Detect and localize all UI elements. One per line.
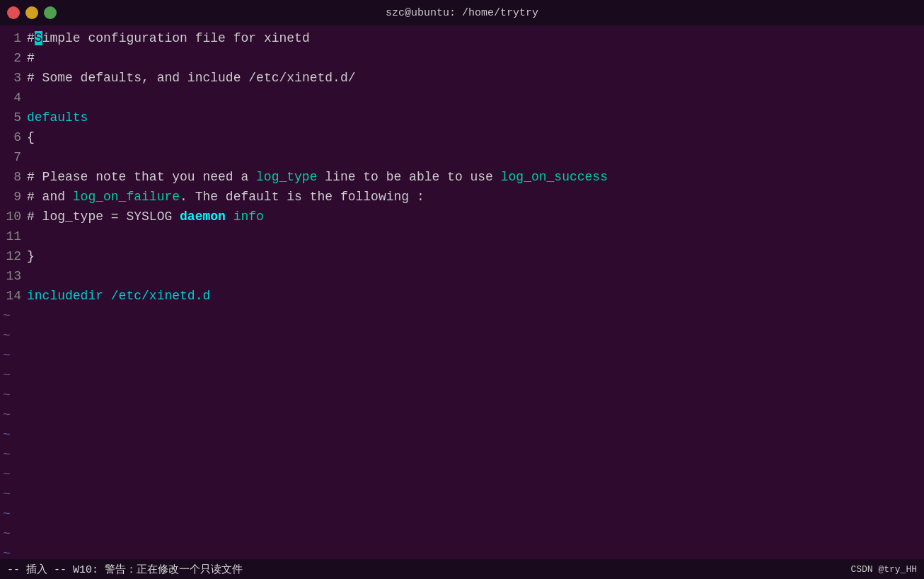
code-line: 4: [0, 88, 924, 108]
line-number: 1: [0, 28, 27, 48]
code-line: 13: [0, 266, 924, 286]
status-bar: -- 插入 -- W10: 警告：正在修改一个只读文件 CSDN @try_HH: [0, 559, 924, 579]
code-line: 2#: [0, 48, 924, 68]
token: info: [226, 210, 264, 224]
status-right: CSDN @try_HH: [850, 564, 917, 575]
editor-area[interactable]: 1#Simple configuration file for xinetd2#…: [0, 25, 924, 559]
token: #: [27, 31, 35, 45]
tilde-char: ~: [0, 385, 11, 405]
line-content: #Simple configuration file for xinetd: [27, 28, 310, 48]
line-number: 2: [0, 48, 27, 68]
token: # Some defaults,: [27, 71, 157, 85]
code-line: 1#Simple configuration file for xinetd: [0, 28, 924, 48]
token: log_on_success: [501, 170, 608, 184]
token: . The default is the following :: [180, 190, 425, 204]
token: log_on_failure: [73, 190, 180, 204]
token: # Please note that you need a: [27, 170, 256, 184]
token: # and: [27, 190, 73, 204]
code-line: 14includedir /etc/xinetd.d: [0, 286, 924, 306]
line-content: defaults: [27, 108, 88, 127]
code-line: 3# Some defaults, and include /etc/xinet…: [0, 68, 924, 88]
tilde-char: ~: [0, 306, 11, 326]
code-line: 6{: [0, 127, 924, 147]
line-number: 5: [0, 108, 27, 127]
token: log_type: [256, 170, 317, 184]
maximize-button[interactable]: [44, 6, 57, 19]
line-number: 10: [0, 207, 27, 227]
token: imple configuration file for xinetd: [42, 31, 310, 45]
line-number: 8: [0, 167, 27, 187]
minimize-button[interactable]: [25, 6, 38, 19]
tilde-char: ~: [0, 544, 11, 559]
close-button[interactable]: [7, 6, 20, 19]
code-line: 7: [0, 147, 924, 167]
line-content: # and log_on_failure. The default is the…: [27, 187, 425, 207]
line-content: # Please note that you need a log_type l…: [27, 167, 608, 187]
token: /etc/xinetd.d/: [241, 71, 355, 85]
token: daemon: [180, 210, 226, 224]
token: {: [27, 130, 35, 144]
code-line: 12}: [0, 246, 924, 266]
line-number: 7: [0, 147, 27, 167]
tilde-line: ~: [0, 445, 924, 464]
tilde-char: ~: [0, 464, 11, 484]
tilde-line: ~: [0, 524, 924, 544]
code-line: 11: [0, 227, 924, 246]
line-number: 9: [0, 187, 27, 207]
status-text: -- 插入 -- W10: 警告：正在修改一个只读文件: [7, 563, 243, 576]
token: include: [187, 71, 241, 85]
tilde-line: ~: [0, 484, 924, 504]
tilde-char: ~: [0, 326, 11, 345]
window-title: szc@ubuntu: /home/trytry: [386, 7, 538, 19]
tilde-char: ~: [0, 345, 11, 365]
tilde-line: ~: [0, 504, 924, 524]
window-controls[interactable]: [7, 6, 57, 19]
line-number: 6: [0, 127, 27, 147]
token: and: [157, 71, 180, 85]
line-number: 4: [0, 88, 27, 108]
tilde-char: ~: [0, 425, 11, 445]
tilde-line: ~: [0, 425, 924, 445]
tilde-line: ~: [0, 405, 924, 425]
tilde-line: ~: [0, 464, 924, 484]
tilde-char: ~: [0, 524, 11, 544]
token: line to be able to use: [317, 170, 500, 184]
code-line: 9# and log_on_failure. The default is th…: [0, 187, 924, 207]
tilde-line: ~: [0, 326, 924, 345]
code-line: 10# log_type = SYSLOG daemon info: [0, 207, 924, 227]
token: S: [35, 31, 42, 45]
token: defaults: [27, 110, 88, 125]
token: includedir /etc/xinetd.d: [27, 289, 210, 303]
tilde-line: ~: [0, 306, 924, 326]
tilde-char: ~: [0, 405, 11, 425]
line-number: 11: [0, 227, 27, 246]
tilde-char: ~: [0, 445, 11, 464]
tilde-line: ~: [0, 365, 924, 385]
tilde-char: ~: [0, 365, 11, 385]
code-line: 8# Please note that you need a log_type …: [0, 167, 924, 187]
token: [180, 71, 187, 85]
line-content: {: [27, 127, 35, 147]
status-left: -- 插入 -- W10: 警告：正在修改一个只读文件: [7, 563, 243, 576]
line-content: includedir /etc/xinetd.d: [27, 286, 210, 306]
line-content: # log_type = SYSLOG daemon info: [27, 207, 264, 227]
line-number: 3: [0, 68, 27, 88]
tilde-char: ~: [0, 504, 11, 524]
line-number: 14: [0, 286, 27, 306]
code-line: 5defaults: [0, 108, 924, 127]
tilde-line: ~: [0, 385, 924, 405]
token: # log_type = SYSLOG: [27, 210, 180, 224]
tilde-char: ~: [0, 484, 11, 504]
token: }: [27, 249, 35, 263]
token: #: [27, 51, 35, 65]
tilde-line: ~: [0, 345, 924, 365]
line-content: #: [27, 48, 35, 68]
line-number: 12: [0, 246, 27, 266]
titlebar: szc@ubuntu: /home/trytry: [0, 0, 924, 25]
line-content: }: [27, 246, 35, 266]
line-content: # Some defaults, and include /etc/xinetd…: [27, 68, 356, 88]
tilde-line: ~: [0, 544, 924, 559]
line-number: 13: [0, 266, 27, 286]
